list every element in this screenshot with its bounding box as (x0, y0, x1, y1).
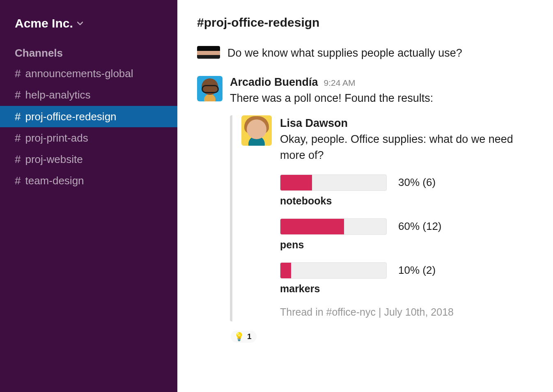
channel-item-team-design[interactable]: #team-design (0, 170, 177, 191)
avatar[interactable] (241, 115, 272, 146)
attachment-content: Lisa Dawson Okay, people. Office supplie… (280, 115, 533, 321)
attachment-text: Okay, people. Office supplies: what do w… (280, 131, 533, 163)
channel-name: proj-website (25, 151, 83, 167)
channel-name: proj-print-ads (25, 130, 88, 146)
hash-icon: # (15, 172, 21, 189)
hash-icon: # (15, 65, 21, 82)
hash-icon: # (15, 87, 21, 103)
channel-item-announcements-global[interactable]: #announcements-global (0, 63, 177, 84)
hash-icon: # (15, 108, 21, 125)
hash-icon: # (15, 151, 21, 167)
poll-value: 30% (6) (398, 176, 436, 189)
poll-bar (280, 174, 387, 191)
channel-item-proj-office-redesign[interactable]: #proj-office-redesign (0, 106, 177, 127)
message-text: Do we know what supplies people actually… (227, 46, 462, 60)
channel-name: announcements-global (25, 65, 133, 82)
sidebar: Acme Inc. Channels #announcements-global… (0, 0, 177, 392)
poll-item-pens: 60% (12) pens (280, 218, 533, 251)
message-header: Arcadio Buendía 9:24 AM (230, 76, 533, 89)
reaction-count: 1 (247, 332, 252, 341)
attachment-author[interactable]: Lisa Dawson (280, 117, 533, 130)
poll-fill (280, 263, 291, 278)
message-item: Arcadio Buendía 9:24 AM There was a poll… (197, 76, 533, 342)
message-body: Arcadio Buendía 9:24 AM There was a poll… (230, 76, 533, 342)
poll-value: 60% (12) (398, 220, 442, 233)
poll-item-notebooks: 30% (6) notebooks (280, 174, 533, 207)
reactions: 💡 1 (231, 330, 533, 343)
chevron-down-icon (77, 20, 83, 27)
poll-fill (280, 219, 344, 234)
poll-value: 10% (2) (398, 264, 436, 277)
channel-name: help-analytics (25, 87, 90, 103)
channel-name: proj-office-redesign (25, 108, 116, 125)
poll-item-markers: 10% (2) markers (280, 262, 533, 295)
poll-bar (280, 218, 387, 235)
channel-item-proj-website[interactable]: #proj-website (0, 149, 177, 170)
message-text: There was a poll once! Found the results… (230, 90, 533, 106)
channels-section-header: Channels (0, 43, 177, 63)
poll-label: notebooks (280, 195, 533, 207)
message-attachment: Lisa Dawson Okay, people. Office supplie… (230, 115, 533, 321)
channel-item-help-analytics[interactable]: #help-analytics (0, 84, 177, 105)
message-timestamp[interactable]: 9:24 AM (324, 78, 356, 88)
message-author[interactable]: Arcadio Buendía (230, 76, 318, 89)
avatar[interactable] (197, 76, 223, 101)
reaction-bulb[interactable]: 💡 1 (231, 330, 257, 343)
channel-name: team-design (25, 172, 84, 189)
channel-title: #proj-office-redesign (197, 16, 533, 30)
main-content: #proj-office-redesign Do we know what su… (177, 0, 553, 392)
bulb-icon: 💡 (234, 332, 244, 342)
poll-bar (280, 262, 387, 279)
message-list: Do we know what supplies people actually… (197, 46, 533, 384)
avatar[interactable] (197, 46, 220, 59)
poll-label: markers (280, 283, 533, 295)
poll-label: pens (280, 239, 533, 251)
message-item-previous: Do we know what supplies people actually… (197, 46, 533, 60)
workspace-switcher[interactable]: Acme Inc. (0, 12, 177, 43)
attachment-footer[interactable]: Thread in #office-nyc | July 10th, 2018 (280, 306, 533, 318)
channel-list: #announcements-global #help-analytics #p… (0, 63, 177, 192)
channel-item-proj-print-ads[interactable]: #proj-print-ads (0, 127, 177, 149)
poll-fill (280, 175, 312, 190)
hash-icon: # (15, 130, 21, 146)
workspace-name: Acme Inc. (15, 16, 73, 30)
